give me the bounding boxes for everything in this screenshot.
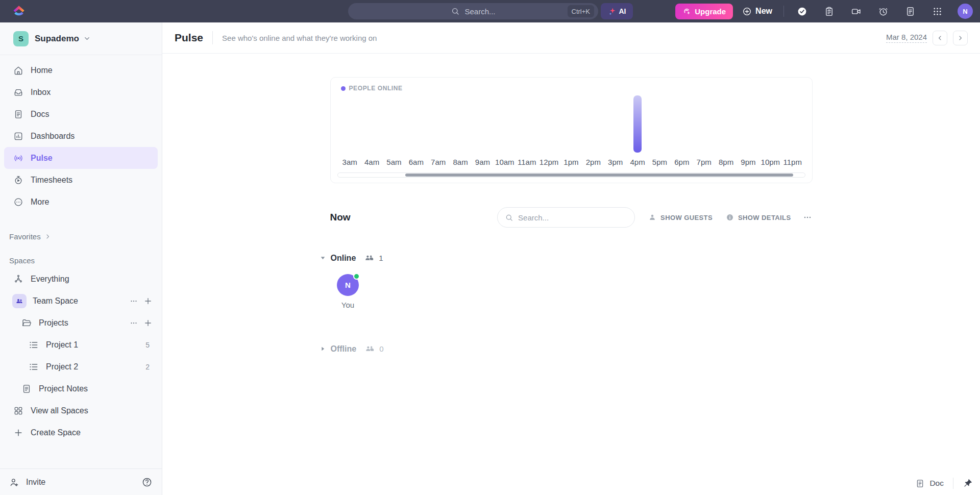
- chart-tick-label: 7pm: [693, 158, 715, 166]
- main-footer: Doc: [915, 478, 973, 489]
- chart-tick-label: 9pm: [737, 158, 759, 166]
- sidebar-item-docs[interactable]: Docs: [4, 103, 158, 125]
- topbar-actions: Upgrade New N: [675, 0, 973, 22]
- apps-grid-icon[interactable]: [932, 6, 943, 17]
- chart-tick-label: 4am: [361, 158, 383, 166]
- sidebar-item-dashboards[interactable]: Dashboards: [4, 125, 158, 147]
- doc-shortcut-button[interactable]: Doc: [915, 479, 944, 488]
- ai-button[interactable]: AI: [601, 3, 633, 19]
- list-item-project-2[interactable]: Project 2 2: [4, 356, 158, 378]
- spaces-section-label: Spaces: [0, 256, 162, 265]
- doc-item-project-notes[interactable]: Project Notes: [4, 378, 158, 400]
- create-space-button[interactable]: Create Space: [4, 422, 158, 443]
- tasks-check-icon[interactable]: [797, 6, 807, 17]
- member-avatar[interactable]: N: [337, 274, 359, 296]
- sidebar-item-label: Pulse: [31, 154, 53, 163]
- space-item-team-space[interactable]: Team Space: [4, 290, 158, 312]
- favorites-label: Favorites: [9, 232, 41, 241]
- topbar-divider: [783, 6, 784, 17]
- sidebar-item-home[interactable]: Home: [4, 59, 158, 81]
- next-day-button[interactable]: [953, 31, 968, 45]
- chart-tick-label: 2pm: [582, 158, 604, 166]
- list-item-project-1[interactable]: Project 1 5: [4, 334, 158, 356]
- user-plus-icon: [9, 477, 19, 487]
- add-icon[interactable]: [143, 296, 153, 306]
- notepad-icon[interactable]: [824, 6, 835, 17]
- search-icon: [451, 7, 460, 16]
- docs-icon[interactable]: [905, 6, 916, 17]
- chart-tick-label: 1pm: [560, 158, 582, 166]
- show-guests-toggle[interactable]: SHOW GUESTS: [648, 213, 713, 221]
- upgrade-button[interactable]: Upgrade: [675, 4, 733, 19]
- chart-tick-label: 5am: [383, 158, 405, 166]
- chevron-right-icon: [957, 35, 964, 41]
- more-circle-icon: [13, 197, 23, 207]
- folder-item-projects[interactable]: Projects: [4, 312, 158, 334]
- dashboard-icon: [13, 131, 23, 141]
- task-count-badge: 5: [145, 341, 153, 349]
- date-selector[interactable]: Mar 8, 2024: [886, 33, 927, 43]
- pulse-broadcast-icon: [13, 153, 23, 163]
- show-details-toggle[interactable]: SHOW DETAILS: [726, 213, 791, 221]
- chart-tick-label: 11am: [516, 158, 538, 166]
- sidebar-item-label: Timesheets: [31, 176, 72, 185]
- stopwatch-icon: [13, 175, 23, 185]
- chevron-down-icon: [83, 35, 91, 42]
- sidebar-item-pulse[interactable]: Pulse: [4, 147, 158, 169]
- record-video-icon[interactable]: [851, 6, 862, 17]
- ellipsis-icon[interactable]: [129, 318, 138, 328]
- members-search-input[interactable]: [518, 213, 627, 222]
- chart-bar: [633, 95, 642, 153]
- chevron-right-icon: [320, 345, 326, 352]
- previous-day-button[interactable]: [933, 31, 947, 45]
- pin-icon[interactable]: [963, 478, 973, 488]
- workspace-switcher[interactable]: S Supademo: [0, 22, 162, 55]
- sidebar-item-more[interactable]: More: [4, 191, 158, 213]
- grid-icon: [13, 406, 23, 416]
- chevron-left-icon: [937, 35, 943, 41]
- upgrade-icon: [682, 7, 691, 16]
- new-button[interactable]: New: [738, 4, 776, 19]
- view-all-spaces-button[interactable]: View all Spaces: [4, 400, 158, 422]
- space-item-everything[interactable]: Everything: [4, 268, 158, 290]
- add-icon[interactable]: [143, 318, 153, 328]
- offline-group-header[interactable]: Offline 0: [320, 344, 813, 354]
- more-options-icon[interactable]: [802, 212, 813, 222]
- online-count: 1: [379, 254, 383, 262]
- sidebar-footer: Invite: [0, 468, 162, 495]
- list-icon: [29, 362, 39, 372]
- chart-tick-label: 11pm: [781, 158, 803, 166]
- online-group-header[interactable]: Online 1: [320, 253, 813, 263]
- sidebar-item-label: Home: [31, 66, 53, 75]
- search-shortcut-badge: Ctrl+K: [568, 5, 594, 17]
- sidebar-item-timesheets[interactable]: Timesheets: [4, 169, 158, 191]
- offline-group: Offline 0: [330, 344, 813, 354]
- invite-button[interactable]: Invite: [9, 477, 141, 487]
- space-item-label: Everything: [31, 275, 153, 284]
- chart-tick-label: 4pm: [626, 158, 648, 166]
- chart-tick-label: 7am: [427, 158, 449, 166]
- home-icon: [13, 65, 23, 76]
- page-header: Pulse See who's online and what they're …: [162, 22, 980, 54]
- space-item-label: Project 2: [46, 362, 145, 372]
- space-item-label: Projects: [39, 318, 124, 328]
- clickup-logo-icon[interactable]: [11, 4, 27, 19]
- online-group-label: Online: [331, 254, 356, 263]
- favorites-section-toggle[interactable]: Favorites: [0, 232, 162, 241]
- main-area: Pulse See who's online and what they're …: [162, 22, 980, 495]
- chart-scrollbar-thumb[interactable]: [405, 174, 793, 177]
- member-card-you: N You: [337, 274, 359, 309]
- space-item-label: Create Space: [31, 428, 153, 437]
- page-subtitle: See who's online and what they're workin…: [222, 34, 886, 42]
- reminders-clock-icon[interactable]: [878, 6, 889, 17]
- user-avatar[interactable]: N: [958, 4, 973, 19]
- global-search-placeholder: Search...: [464, 7, 495, 16]
- global-search-button[interactable]: Search... Ctrl+K: [348, 3, 598, 19]
- footer-divider: [953, 478, 953, 489]
- ellipsis-icon[interactable]: [129, 296, 138, 306]
- help-icon[interactable]: [141, 477, 153, 488]
- inbox-icon: [13, 87, 23, 97]
- sidebar-item-inbox[interactable]: Inbox: [4, 81, 158, 103]
- online-status-dot: [353, 273, 360, 280]
- space-item-label: View all Spaces: [31, 406, 153, 415]
